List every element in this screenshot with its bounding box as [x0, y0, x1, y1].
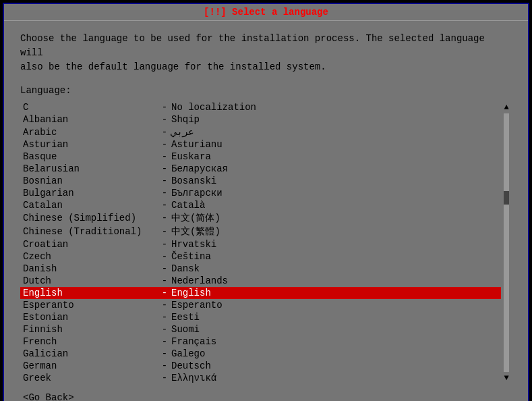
lang-native: Български: [171, 188, 223, 198]
lang-native: 中文(简体): [171, 212, 220, 224]
lang-name: Chinese (Simplified): [23, 213, 158, 223]
lang-native: Suomi: [171, 324, 200, 335]
lang-name: Catalan: [23, 200, 158, 211]
language-item[interactable]: Estonian-Eesti: [20, 311, 501, 323]
lang-native: عربي: [171, 126, 194, 138]
lang-name: Galician: [23, 348, 158, 359]
lang-name: Esperanto: [23, 300, 158, 311]
scroll-thumb: [504, 191, 509, 205]
language-item[interactable]: Czech-Čeština: [20, 250, 501, 263]
lang-name: Basque: [23, 151, 158, 162]
language-item[interactable]: Arabic-عربي: [20, 126, 501, 138]
lang-separator: -: [158, 275, 171, 286]
lang-separator: -: [158, 373, 171, 383]
language-list[interactable]: C-No localizationAlbanian-ShqipArabic-عر…: [20, 101, 501, 384]
lang-separator: -: [158, 151, 171, 162]
language-item[interactable]: Asturian-Asturianu: [20, 138, 501, 151]
title-bar: [!!] Select a language: [4, 4, 528, 21]
language-item[interactable]: Dutch-Nederlands: [20, 275, 501, 287]
lang-separator: -: [158, 251, 171, 262]
lang-separator: -: [158, 102, 171, 113]
description-line2: also be the default language for the ins…: [20, 60, 512, 74]
content-area: Choose the language to be used for the i…: [4, 21, 528, 401]
title-text: [!!] Select a language: [204, 7, 328, 18]
lang-native: Asturianu: [171, 139, 223, 150]
lang-name: Finnish: [23, 324, 158, 335]
lang-name: Arabic: [23, 127, 158, 138]
language-item[interactable]: Bulgarian-Български: [20, 187, 501, 199]
lang-native: Hrvatski: [171, 239, 216, 250]
scroll-down-arrow[interactable]: ▼: [504, 373, 508, 383]
lang-name: Czech: [23, 251, 158, 262]
lang-name: Estonian: [23, 312, 158, 323]
lang-separator: -: [158, 239, 171, 250]
lang-name: English: [23, 288, 158, 298]
language-item[interactable]: Catalan-Català: [20, 199, 501, 211]
lang-separator: -: [158, 127, 171, 138]
lang-native: No localization: [171, 102, 256, 113]
language-item[interactable]: Bosnian-Bosanski: [20, 175, 501, 187]
language-item[interactable]: Esperanto-Esperanto: [20, 299, 501, 311]
lang-separator: -: [158, 348, 171, 359]
language-item[interactable]: Basque-Euskara: [20, 151, 501, 163]
language-item[interactable]: Greek-Ελληνικά: [20, 372, 501, 384]
lang-native: Deutsch: [171, 360, 211, 371]
scrollbar: ▲ ▼: [501, 101, 512, 384]
lang-name: Bulgarian: [23, 188, 158, 198]
lang-native: English: [171, 288, 211, 298]
lang-separator: -: [158, 213, 171, 223]
language-item[interactable]: Albanian-Shqip: [20, 113, 501, 126]
lang-name: Bosnian: [23, 176, 158, 186]
go-back-row: <Go Back>: [20, 384, 512, 401]
language-item[interactable]: German-Deutsch: [20, 360, 501, 372]
lang-separator: -: [158, 360, 171, 371]
language-item[interactable]: French-Français: [20, 336, 501, 348]
language-item[interactable]: Finnish-Suomi: [20, 323, 501, 336]
lang-native: Nederlands: [171, 275, 228, 286]
lang-native: Ελληνικά: [171, 373, 216, 383]
lang-separator: -: [158, 324, 171, 335]
lang-separator: -: [158, 176, 171, 186]
lang-native: Euskara: [171, 151, 211, 162]
lang-name: Dutch: [23, 275, 158, 286]
lang-separator: -: [158, 336, 171, 347]
language-item[interactable]: Belarusian-Беларуская: [20, 163, 501, 175]
lang-separator: -: [158, 312, 171, 323]
lang-native: 中文(繁體): [171, 225, 220, 238]
go-back-button[interactable]: <Go Back>: [23, 392, 74, 401]
language-item[interactable]: Danish-Dansk: [20, 263, 501, 275]
description-line1: Choose the language to be used for the i…: [20, 32, 512, 60]
list-container: C-No localizationAlbanian-ShqipArabic-عر…: [20, 101, 512, 384]
lang-name: Croatian: [23, 239, 158, 250]
lang-native: Esperanto: [171, 300, 223, 311]
lang-native: Čeština: [171, 251, 211, 262]
lang-separator: -: [158, 200, 171, 211]
language-item[interactable]: English-English: [20, 287, 501, 299]
lang-separator: -: [158, 263, 171, 274]
lang-separator: -: [158, 226, 171, 237]
language-item[interactable]: Chinese (Traditional)-中文(繁體): [20, 225, 501, 238]
lang-separator: -: [158, 288, 171, 298]
lang-separator: -: [158, 163, 171, 174]
lang-native: Català: [171, 200, 205, 211]
lang-native: Français: [171, 336, 216, 347]
language-item[interactable]: Croatian-Hrvatski: [20, 238, 501, 250]
lang-name: Asturian: [23, 139, 158, 150]
language-item[interactable]: Chinese (Simplified)-中文(简体): [20, 211, 501, 225]
main-window: [!!] Select a language Choose the langua…: [3, 3, 529, 401]
language-item[interactable]: C-No localization: [20, 101, 501, 113]
lang-separator: -: [158, 114, 171, 125]
scroll-up-arrow[interactable]: ▲: [504, 103, 508, 112]
lang-name: Albanian: [23, 114, 158, 125]
lang-native: Dansk: [171, 263, 200, 274]
lang-name: Chinese (Traditional): [23, 226, 158, 237]
lang-name: Danish: [23, 263, 158, 274]
lang-separator: -: [158, 300, 171, 311]
scroll-track: [504, 113, 509, 372]
lang-name: Greek: [23, 373, 158, 383]
language-item[interactable]: Galician-Galego: [20, 348, 501, 360]
lang-name: German: [23, 360, 158, 371]
lang-name: French: [23, 336, 158, 347]
lang-native: Bosanski: [171, 176, 216, 186]
lang-native: Galego: [171, 348, 205, 359]
